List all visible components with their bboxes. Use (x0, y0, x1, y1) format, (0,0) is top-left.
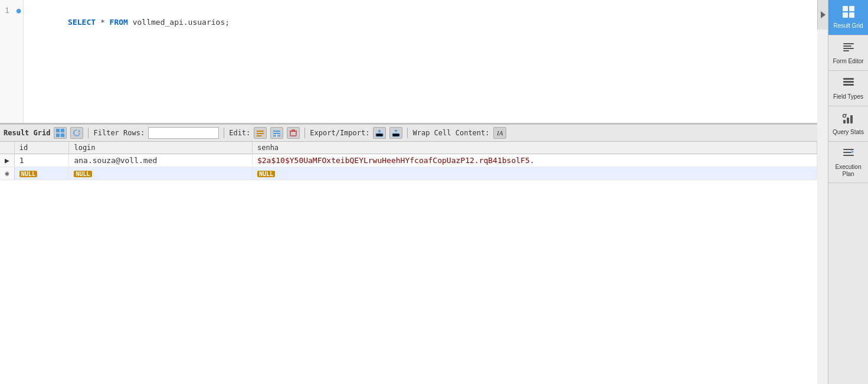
query-stats-icon (842, 112, 855, 126)
line-numbers: 1 ● (0, 0, 24, 123)
export-import-label: Export/Import: (310, 129, 369, 137)
keyword-select: SELECT (68, 18, 96, 27)
svg-rect-35 (843, 84, 854, 86)
null-badge-senha: NULL (257, 171, 275, 177)
right-sidebar: Result Grid Form Editor Field Types (828, 0, 868, 384)
sidebar-execution-plan-button[interactable]: Execution Plan (828, 142, 868, 183)
wrap-cell-button[interactable]: IA (493, 127, 506, 139)
grid-view-button[interactable] (54, 127, 67, 139)
svg-rect-42 (843, 149, 854, 150)
col-senha[interactable]: senha (252, 142, 817, 154)
svg-rect-7 (257, 135, 261, 136)
col-id[interactable]: id (14, 142, 69, 154)
star-operator: * (96, 18, 109, 27)
separator-3 (304, 128, 305, 138)
field-types-icon (842, 76, 855, 91)
import-button[interactable] (389, 127, 402, 139)
sidebar-result-grid-button[interactable]: Result Grid (828, 0, 868, 35)
filter-rows-label: Filter Rows: (93, 129, 145, 137)
svg-line-41 (846, 114, 847, 115)
svg-rect-31 (843, 48, 854, 49)
svg-rect-20 (392, 134, 399, 136)
svg-rect-38 (847, 118, 849, 123)
svg-rect-22 (396, 130, 397, 132)
svg-rect-43 (843, 152, 851, 153)
svg-marker-4 (78, 130, 80, 132)
form-editor-btn-label: Form Editor (833, 58, 863, 65)
result-grid-icon (842, 5, 855, 20)
svg-rect-5 (257, 131, 264, 132)
separator-4 (407, 128, 408, 138)
svg-rect-32 (843, 50, 849, 51)
row-arrow-icon: ▶ (5, 156, 9, 165)
edit-row-button[interactable] (254, 127, 267, 139)
sidebar-query-stats-button[interactable]: Query Stats (828, 106, 868, 142)
svg-rect-33 (843, 78, 854, 80)
svg-rect-37 (843, 120, 846, 123)
delete-row-button[interactable] (287, 127, 300, 139)
refresh-button[interactable] (70, 127, 83, 139)
svg-rect-27 (843, 12, 848, 18)
form-editor-icon (842, 41, 855, 56)
row-arrow: ▶ (0, 154, 14, 167)
execution-plan-icon (842, 147, 855, 161)
cell-login[interactable]: ana.souza@voll.med (69, 154, 253, 167)
new-row[interactable]: ✱ NULL NULL NULL (0, 167, 817, 180)
line-number-1: 1 (5, 6, 9, 15)
result-grid-label: Result Grid (4, 129, 50, 137)
svg-rect-39 (850, 115, 853, 123)
svg-rect-30 (843, 45, 851, 47)
new-cell-login[interactable]: NULL (69, 167, 253, 180)
result-grid-btn-label: Result Grid (833, 22, 863, 30)
result-table: id login senha ▶ 1 ana.souza@voll.med $2… (0, 142, 817, 180)
new-cell-senha[interactable]: NULL (252, 167, 817, 180)
keyword-from: FROM (110, 18, 128, 27)
separator-1 (88, 128, 89, 138)
col-login[interactable]: login (69, 142, 253, 154)
svg-rect-1 (61, 129, 64, 132)
svg-text:IA: IA (496, 129, 503, 136)
add-row-button[interactable] (270, 127, 283, 139)
svg-rect-9 (273, 133, 280, 134)
svg-rect-8 (273, 131, 280, 132)
expand-panel-button[interactable] (817, 0, 828, 30)
new-row-icon: ✱ (5, 169, 9, 178)
code-area[interactable]: SELECT * FROM vollmed_api.usuarios; (24, 0, 817, 123)
table-header-row: id login senha (0, 142, 817, 154)
table-row[interactable]: ▶ 1 ana.souza@voll.med $2a$10$Y50UaMFOxt… (0, 154, 817, 167)
svg-rect-44 (843, 155, 854, 156)
table-reference: vollmed_api.usuarios; (128, 18, 230, 27)
wrap-cell-label: Wrap Cell Content: (412, 129, 489, 137)
svg-rect-0 (56, 129, 60, 132)
svg-rect-26 (849, 6, 854, 11)
svg-point-40 (843, 115, 846, 118)
execution-plan-btn-label: Execution Plan (831, 164, 866, 178)
query-stats-btn-label: Query Stats (833, 129, 864, 136)
sidebar-form-editor-button[interactable]: Form Editor (828, 35, 868, 71)
null-badge-id: NULL (19, 171, 37, 177)
col-indicator (0, 142, 14, 154)
null-badge-login: NULL (74, 171, 91, 177)
result-toolbar: Result Grid Filter Rows: Edit: (0, 124, 817, 142)
cell-id[interactable]: 1 (14, 154, 69, 167)
svg-rect-25 (843, 6, 848, 11)
svg-rect-11 (276, 134, 277, 137)
svg-rect-29 (843, 43, 854, 44)
edit-label: Edit: (229, 129, 250, 137)
filter-rows-input[interactable] (148, 127, 219, 139)
svg-rect-16 (376, 134, 383, 136)
result-grid-area[interactable]: id login senha ▶ 1 ana.souza@voll.med $2… (0, 142, 817, 384)
field-types-btn-label: Field Types (833, 93, 863, 100)
svg-rect-2 (56, 134, 60, 137)
new-row-indicator: ✱ (0, 167, 14, 180)
new-cell-id[interactable]: NULL (14, 167, 69, 180)
cell-senha[interactable]: $2a$10$Y50UaMFOxteibQEYLrwuHeehHYfcoafCo… (252, 154, 817, 167)
svg-rect-18 (379, 132, 380, 134)
sql-editor[interactable]: 1 ● SELECT * FROM vollmed_api.usuarios; (0, 0, 817, 124)
sidebar-field-types-button[interactable]: Field Types (828, 71, 868, 106)
svg-rect-34 (843, 81, 854, 83)
separator-2 (224, 128, 224, 138)
export-button[interactable] (373, 127, 386, 139)
svg-rect-6 (257, 133, 264, 134)
svg-rect-3 (61, 134, 64, 137)
